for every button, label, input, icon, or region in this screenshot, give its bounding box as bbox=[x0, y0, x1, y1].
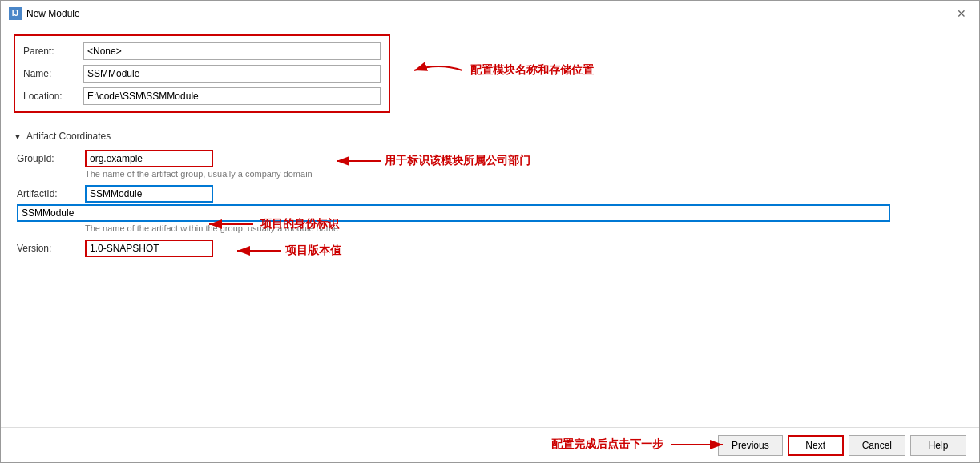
name-row: Name: bbox=[23, 65, 381, 83]
version-annotation-text: 项目版本值 bbox=[285, 244, 341, 258]
dialog-title: New Module bbox=[26, 8, 80, 19]
version-block: Version: bbox=[17, 240, 966, 260]
top-section: Parent: Name: Location: bbox=[14, 34, 390, 113]
groupid-annotation-group: 用于标识该模块所属公司部门 bbox=[329, 151, 530, 171]
artifactid-input[interactable] bbox=[85, 185, 213, 203]
top-annotation-text: 配置模块名称和存储位置 bbox=[470, 63, 594, 78]
dialog-content: Parent: Name: Location: bbox=[1, 26, 979, 427]
artifactid-label: ArtifactId: bbox=[17, 188, 85, 199]
artifactid-block: ArtifactId: The name of the artifact wit… bbox=[17, 185, 966, 233]
help-button[interactable]: Help bbox=[910, 435, 966, 456]
bottom-bar: 配置完成后点击下一步 Previous Next Cancel Help bbox=[1, 427, 979, 462]
name-label: Name: bbox=[23, 68, 83, 79]
artifactid-annotation-text: 项目的身份标识 bbox=[260, 217, 339, 231]
parent-input[interactable] bbox=[83, 42, 381, 60]
artifact-section: ▼ Artifact Coordinates GroupId: The name… bbox=[14, 131, 966, 260]
title-bar: IJ New Module ✕ bbox=[1, 1, 979, 26]
bottom-annotation-text: 配置完成后点击下一步 bbox=[551, 437, 663, 452]
app-icon: IJ bbox=[9, 7, 22, 20]
artifactid-full-input[interactable] bbox=[17, 204, 890, 222]
name-input[interactable] bbox=[83, 65, 381, 83]
bottom-arrow-svg bbox=[667, 435, 731, 454]
bottom-annotation-group: 配置完成后点击下一步 bbox=[551, 435, 731, 454]
section-title: Artifact Coordinates bbox=[26, 131, 111, 142]
top-arrow-svg bbox=[406, 58, 470, 83]
top-annotation-group: 配置模块名称和存储位置 bbox=[406, 58, 594, 83]
version-annotation-group: 项目版本值 bbox=[229, 241, 341, 260]
version-input[interactable] bbox=[85, 240, 213, 257]
groupid-hint: The name of the artifact group, usually … bbox=[85, 169, 313, 179]
next-button[interactable]: Next bbox=[788, 435, 844, 456]
location-input[interactable] bbox=[83, 87, 381, 105]
parent-label: Parent: bbox=[23, 46, 83, 57]
groupid-input[interactable] bbox=[85, 150, 213, 167]
groupid-label: GroupId: bbox=[17, 153, 85, 164]
artifactid-arrow-svg bbox=[201, 215, 257, 234]
version-row: Version: bbox=[17, 240, 213, 257]
new-module-dialog: IJ New Module ✕ Parent: Name: bbox=[0, 0, 980, 463]
title-bar-left: IJ New Module bbox=[9, 7, 80, 20]
cancel-button[interactable]: Cancel bbox=[849, 435, 905, 456]
artifactid-overlay-annotation: 项目的身份标识 bbox=[201, 215, 339, 234]
version-arrow-svg bbox=[229, 241, 285, 260]
section-toggle[interactable]: ▼ bbox=[14, 132, 22, 141]
groupid-block: GroupId: The name of the artifact group,… bbox=[17, 150, 966, 179]
groupid-arrow-svg bbox=[329, 151, 385, 171]
artifact-fields: GroupId: The name of the artifact group,… bbox=[14, 150, 966, 260]
section-header: ▼ Artifact Coordinates bbox=[14, 131, 966, 142]
artifactid-row: ArtifactId: bbox=[17, 185, 890, 203]
location-row: Location: bbox=[23, 87, 381, 105]
close-button[interactable]: ✕ bbox=[952, 6, 971, 22]
version-label: Version: bbox=[17, 243, 85, 254]
groupid-annotation-text: 用于标识该模块所属公司部门 bbox=[385, 154, 530, 168]
location-label: Location: bbox=[23, 91, 83, 102]
groupid-row: GroupId: bbox=[17, 150, 313, 167]
parent-row: Parent: bbox=[23, 42, 381, 60]
